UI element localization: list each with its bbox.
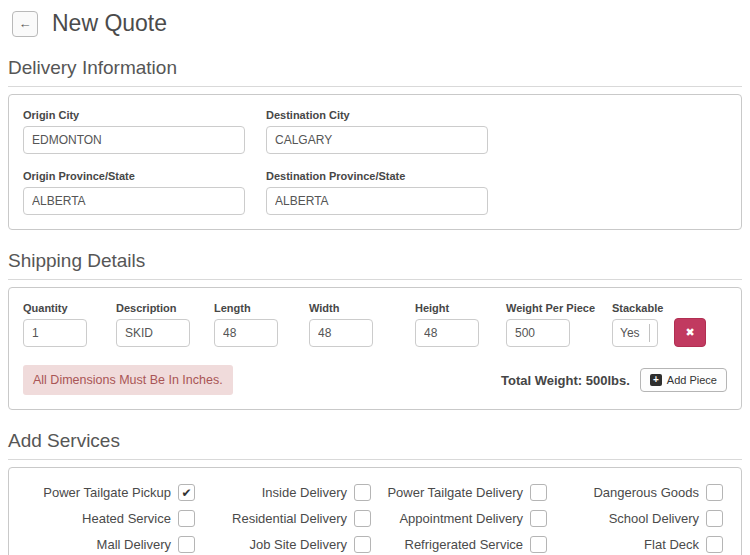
- height-column: Height: [415, 302, 506, 347]
- weight-per-piece-input[interactable]: [506, 319, 570, 347]
- service-label: Residential Delivery: [232, 511, 347, 526]
- new-quote-page: ← New Quote Delivery Information Origin …: [0, 0, 750, 555]
- mall-delivery-checkbox[interactable]: [178, 536, 195, 553]
- residential-delivery-checkbox[interactable]: [354, 510, 371, 527]
- refrigerated-service-checkbox[interactable]: [530, 536, 547, 553]
- quantity-column: Quantity: [23, 302, 116, 347]
- destination-province-field: Destination Province/State: [266, 170, 488, 215]
- description-input[interactable]: [116, 319, 190, 347]
- add-piece-label: Add Piece: [667, 374, 717, 386]
- service-residential-delivery: Residential Delivery: [203, 510, 371, 527]
- origin-city-label: Origin City: [23, 109, 245, 121]
- add-piece-icon: +: [650, 374, 662, 386]
- description-column: Description: [116, 302, 214, 347]
- school-delivery-checkbox[interactable]: [706, 510, 723, 527]
- delivery-panel: Origin City Destination City Origin Prov…: [8, 94, 742, 230]
- service-label: Power Tailgate Pickup: [43, 485, 171, 500]
- service-label: Appointment Delivery: [399, 511, 523, 526]
- total-weight-text: Total Weight: 500lbs.: [501, 373, 630, 388]
- service-power-tailgate-delivery: Power Tailgate Delivery: [379, 484, 547, 501]
- service-label: Heated Service: [82, 511, 171, 526]
- weight-per-piece-header: Weight Per Piece: [506, 302, 612, 314]
- dimensions-warning: All Dimensions Must Be In Inches.: [23, 365, 233, 395]
- add-services-section: Add Services Power Tailgate Pickup ✔ Ins…: [8, 430, 742, 555]
- service-school-delivery: School Delivery: [555, 510, 723, 527]
- quantity-header: Quantity: [23, 302, 116, 314]
- service-mall-delivery: Mall Delivery: [27, 536, 195, 553]
- length-header: Length: [214, 302, 309, 314]
- destination-city-field: Destination City: [266, 109, 488, 154]
- services-panel: Power Tailgate Pickup ✔ Inside Delivery …: [8, 467, 742, 555]
- service-label: Refrigerated Service: [405, 537, 524, 552]
- services-section-title: Add Services: [8, 430, 742, 452]
- service-label: Job Site Delivery: [249, 537, 347, 552]
- delivery-information-section: Delivery Information Origin City Destina…: [8, 57, 742, 230]
- delivery-section-title: Delivery Information: [8, 57, 742, 79]
- shipping-footer: All Dimensions Must Be In Inches. Total …: [23, 365, 727, 395]
- width-column: Width: [309, 302, 415, 347]
- job-site-delivery-checkbox[interactable]: [354, 536, 371, 553]
- page-header: ← New Quote: [8, 10, 742, 37]
- shipping-footer-right: Total Weight: 500lbs. + Add Piece: [501, 368, 727, 392]
- origin-city-field: Origin City: [23, 109, 245, 154]
- shipping-section-title: Shipping Details: [8, 250, 742, 272]
- service-heated-service: Heated Service: [27, 510, 195, 527]
- inside-delivery-checkbox[interactable]: [354, 484, 371, 501]
- shipping-piece-row: Quantity Description Length Width Height: [23, 302, 727, 347]
- delivery-grid: Origin City Destination City Origin Prov…: [23, 109, 727, 215]
- shipping-panel: Quantity Description Length Width Height: [8, 287, 742, 410]
- page-title: New Quote: [52, 10, 167, 37]
- flat-deck-checkbox[interactable]: [706, 536, 723, 553]
- back-button[interactable]: ←: [12, 11, 38, 37]
- height-input[interactable]: [415, 319, 479, 347]
- stackable-column: Stackable Yes: [612, 302, 668, 347]
- destination-city-input[interactable]: [266, 126, 488, 154]
- length-input[interactable]: [214, 319, 278, 347]
- origin-city-input[interactable]: [23, 126, 245, 154]
- delete-piece-button[interactable]: ✖: [674, 318, 706, 347]
- quantity-input[interactable]: [23, 319, 87, 347]
- stackable-selected-value: Yes: [620, 326, 640, 340]
- power-tailgate-pickup-checkbox[interactable]: ✔: [178, 484, 195, 501]
- description-header: Description: [116, 302, 214, 314]
- weight-per-piece-column: Weight Per Piece: [506, 302, 612, 347]
- service-flat-deck: Flat Deck: [555, 536, 723, 553]
- service-power-tailgate-pickup: Power Tailgate Pickup ✔: [27, 484, 195, 501]
- back-arrow-icon: ←: [19, 17, 32, 30]
- origin-province-input[interactable]: [23, 187, 245, 215]
- power-tailgate-delivery-checkbox[interactable]: [530, 484, 547, 501]
- appointment-delivery-checkbox[interactable]: [530, 510, 547, 527]
- stackable-select[interactable]: Yes: [612, 319, 658, 347]
- service-inside-delivery: Inside Delivery: [203, 484, 371, 501]
- service-label: Dangerous Goods: [593, 485, 699, 500]
- service-label: Flat Deck: [644, 537, 699, 552]
- delete-x-icon: ✖: [685, 326, 694, 339]
- service-appointment-delivery: Appointment Delivery: [379, 510, 547, 527]
- length-column: Length: [214, 302, 309, 347]
- service-label: School Delivery: [609, 511, 699, 526]
- section-divider: [8, 459, 742, 460]
- services-grid: Power Tailgate Pickup ✔ Inside Delivery …: [23, 482, 727, 555]
- service-dangerous-goods: Dangerous Goods: [555, 484, 723, 501]
- service-label: Power Tailgate Delivery: [387, 485, 523, 500]
- service-label: Inside Delivery: [262, 485, 347, 500]
- destination-city-label: Destination City: [266, 109, 488, 121]
- shipping-details-section: Shipping Details Quantity Description Le…: [8, 250, 742, 410]
- destination-province-input[interactable]: [266, 187, 488, 215]
- origin-province-label: Origin Province/State: [23, 170, 245, 182]
- dangerous-goods-checkbox[interactable]: [706, 484, 723, 501]
- width-input[interactable]: [309, 319, 373, 347]
- destination-province-label: Destination Province/State: [266, 170, 488, 182]
- section-divider: [8, 279, 742, 280]
- section-divider: [8, 86, 742, 87]
- stackable-header: Stackable: [612, 302, 668, 314]
- service-refrigerated-service: Refrigerated Service: [379, 536, 547, 553]
- width-header: Width: [309, 302, 415, 314]
- height-header: Height: [415, 302, 506, 314]
- service-job-site-delivery: Job Site Delivery: [203, 536, 371, 553]
- heated-service-checkbox[interactable]: [178, 510, 195, 527]
- origin-province-field: Origin Province/State: [23, 170, 245, 215]
- add-piece-button[interactable]: + Add Piece: [640, 368, 727, 392]
- service-label: Mall Delivery: [97, 537, 171, 552]
